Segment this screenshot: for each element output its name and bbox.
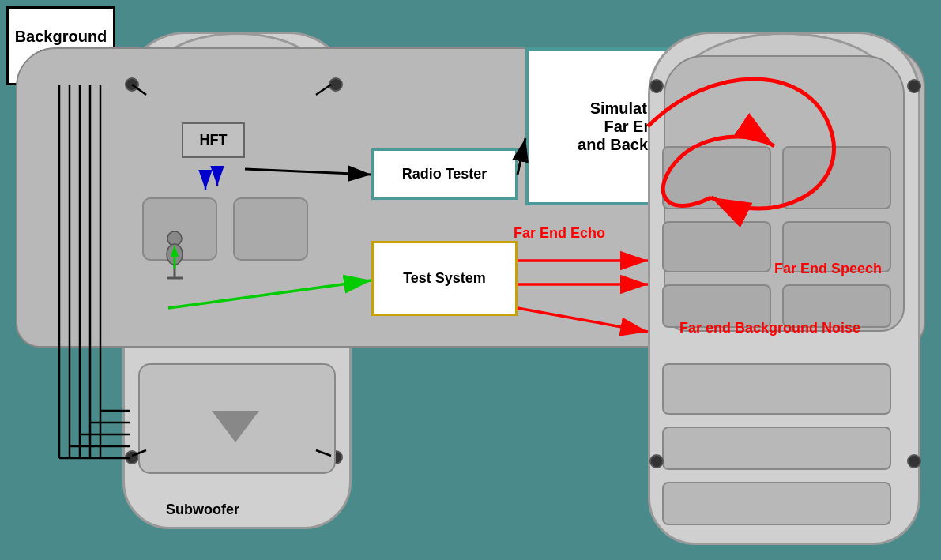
microphone-person (152, 229, 196, 292)
hft-box: HFT (182, 122, 245, 158)
speaker-top-left (125, 77, 139, 92)
radio-tester-label: Radio Tester (402, 166, 487, 182)
subwoofer-label: Subwoofer (166, 502, 239, 518)
seat-right (233, 197, 308, 261)
right-bottom-3 (662, 482, 891, 525)
speaker-top-right (329, 77, 343, 92)
right-speaker-bottom-left (649, 454, 664, 468)
right-bottom-1 (662, 363, 891, 415)
hft-label: HFT (200, 132, 228, 148)
right-speaker-bottom-right (907, 454, 921, 468)
far-end-speech-label: Far End Speech (774, 261, 882, 277)
right-comp-1 (662, 146, 771, 209)
right-comp-3 (662, 221, 771, 272)
speaker-bottom-left (125, 450, 139, 464)
test-system-box: Test System (371, 241, 518, 316)
subwoofer-cone (212, 411, 259, 442)
far-end-echo-label: Far End Echo (514, 225, 605, 242)
far-end-bg-noise-label: Far end Background Noise (679, 320, 860, 336)
right-comp-2 (782, 146, 891, 209)
right-speaker-top-left (649, 79, 664, 93)
radio-tester-box: Radio Tester (371, 148, 518, 200)
right-speaker-top-right (907, 79, 921, 93)
right-bottom-2 (662, 427, 891, 470)
test-system-label: Test System (403, 270, 486, 287)
